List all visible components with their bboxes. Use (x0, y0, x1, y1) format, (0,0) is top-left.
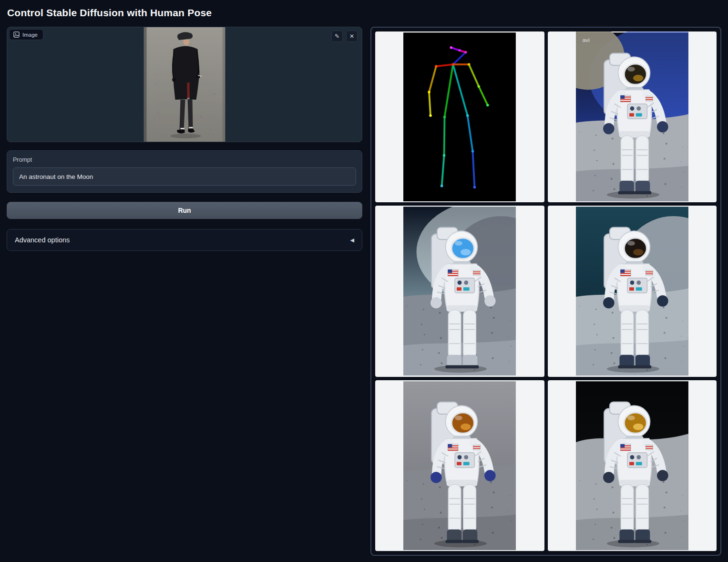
page-title: Control Stable Diffusion with Human Pose (0, 0, 728, 27)
input-image[interactable] (144, 27, 226, 142)
watermark: avi (583, 37, 590, 43)
gallery-item-astronaut-3[interactable] (548, 206, 717, 376)
prompt-block: Prompt (7, 150, 362, 193)
accordion-label: Advanced options (15, 236, 70, 244)
collapse-arrow-icon: ◀ (350, 237, 354, 243)
prompt-input[interactable] (13, 167, 356, 186)
main-layout: Image ✎ ✕ (0, 27, 728, 556)
run-button[interactable]: Run (7, 202, 362, 219)
image-component-label: Image (9, 29, 43, 40)
gallery-item-pose[interactable] (375, 31, 544, 202)
image-icon (13, 31, 20, 38)
image-upload-area[interactable]: Image ✎ ✕ (7, 27, 362, 142)
output-gallery: avi (370, 27, 721, 556)
gallery-item-astronaut-5[interactable] (548, 380, 717, 551)
gallery-item-astronaut-4[interactable] (375, 380, 544, 551)
gallery-item-astronaut-2[interactable] (375, 206, 544, 376)
pose-svg (403, 31, 516, 202)
gallery-item-astronaut-1[interactable]: avi (548, 31, 717, 202)
prompt-label: Prompt (13, 156, 356, 163)
clear-image-button[interactable]: ✕ (346, 31, 358, 42)
advanced-options-accordion[interactable]: Advanced options ◀ (7, 229, 362, 251)
image-actions: ✎ ✕ (331, 31, 358, 42)
input-column: Image ✎ ✕ (7, 27, 362, 251)
edit-image-button[interactable]: ✎ (331, 31, 343, 42)
image-label-text: Image (22, 32, 38, 38)
